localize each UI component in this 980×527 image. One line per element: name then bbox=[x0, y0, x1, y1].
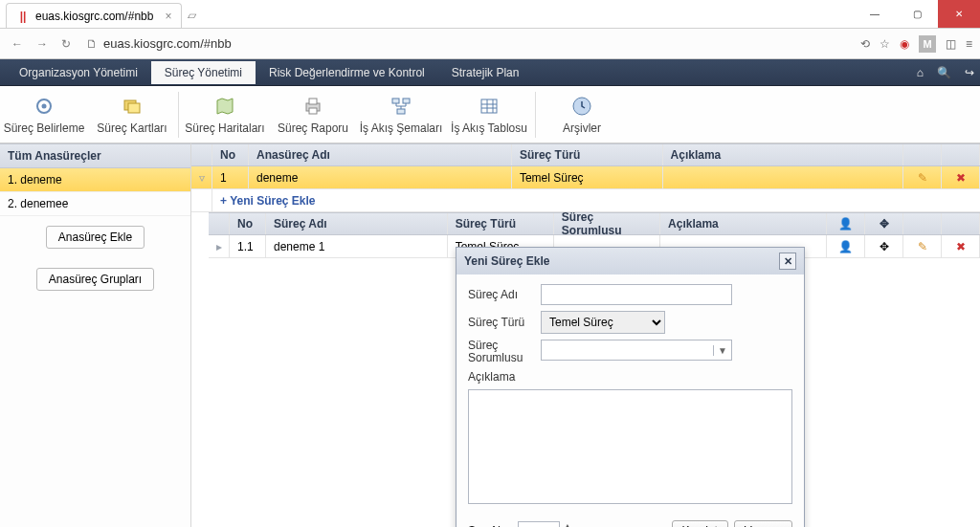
map-icon bbox=[212, 95, 238, 118]
svg-rect-9 bbox=[397, 109, 405, 114]
input-sira-no[interactable] bbox=[518, 521, 560, 527]
sub-hdr-desc: Açıklama bbox=[660, 213, 827, 234]
favicon: || bbox=[16, 10, 30, 23]
expand-handle[interactable]: ▿ bbox=[191, 166, 212, 188]
sub-hdr-name: Süreç Adı bbox=[266, 213, 448, 234]
move-icon[interactable]: ✥ bbox=[865, 235, 903, 257]
menu-risk[interactable]: Risk Değerlendirme ve Kontrol bbox=[256, 61, 438, 84]
search-icon[interactable]: 🔍 bbox=[937, 66, 951, 79]
dialog-close-button[interactable]: ✕ bbox=[779, 253, 796, 270]
menu-icon[interactable]: ≡ bbox=[966, 37, 972, 51]
sidebar-item-1[interactable]: 1. deneme bbox=[0, 168, 190, 192]
sync-icon[interactable]: ⟲ bbox=[860, 37, 870, 51]
chevron-down-icon: ▼ bbox=[713, 345, 727, 356]
pinterest-icon[interactable]: ◉ bbox=[900, 37, 909, 51]
svg-rect-5 bbox=[309, 99, 317, 104]
share-icon[interactable]: ↪ bbox=[965, 66, 974, 79]
dialog-yeni-surec-ekle: Yeni Süreç Ekle ✕ Süreç Adı Süreç Türü T… bbox=[456, 247, 805, 527]
printer-icon bbox=[300, 95, 326, 118]
star-icon[interactable]: ☆ bbox=[880, 37, 890, 51]
menu-surec[interactable]: Süreç Yönetimi bbox=[151, 61, 256, 84]
tb-surec-raporu[interactable]: Süreç Raporu bbox=[269, 86, 357, 143]
menu-organizasyon[interactable]: Organizasyon Yönetimi bbox=[6, 61, 151, 84]
edit-row-icon[interactable]: ✎ bbox=[903, 235, 942, 257]
save-button[interactable]: Kaydet bbox=[672, 520, 728, 527]
delete-row-icon[interactable]: ✖ bbox=[942, 235, 980, 257]
move-header-icon[interactable]: ✥ bbox=[865, 213, 903, 234]
toolbar: Süreç Belirleme Süreç Kartları Süreç Har… bbox=[0, 86, 980, 143]
hdr-no: No bbox=[212, 144, 249, 165]
hdr-desc: Açıklama bbox=[663, 144, 903, 165]
hdr-type: Süreç Türü bbox=[512, 144, 663, 165]
nav-back-button[interactable]: ← bbox=[8, 35, 27, 53]
new-tab-button[interactable]: ▱ bbox=[182, 7, 202, 24]
add-surec-row[interactable]: + Yeni Süreç Ekle bbox=[191, 189, 980, 212]
input-surec-adi[interactable] bbox=[541, 284, 732, 305]
label-surec-adi: Süreç Adı bbox=[468, 288, 535, 301]
extensions-icon[interactable]: ◫ bbox=[946, 37, 956, 51]
tb-surec-belirleme[interactable]: Süreç Belirleme bbox=[0, 86, 88, 143]
person-header-icon[interactable]: 👤 bbox=[827, 213, 865, 234]
menu-stratejik[interactable]: Stratejik Plan bbox=[438, 61, 533, 84]
svg-rect-8 bbox=[403, 99, 410, 103]
sub-hdr-resp: Süreç Sorumlusu bbox=[554, 213, 660, 234]
gear-icon bbox=[31, 95, 57, 118]
hdr-name: Anasüreç Adı bbox=[249, 144, 512, 165]
svg-rect-7 bbox=[392, 99, 399, 103]
label-surec-sorumlusu: Süreç Sorumlusu bbox=[468, 340, 535, 364]
anasurec-row[interactable]: ▿ 1 deneme Temel Süreç ✎ ✖ bbox=[191, 166, 980, 189]
tb-arsivler[interactable]: Arşivler bbox=[538, 86, 626, 143]
sidebar: Tüm Anasüreçler 1. deneme 2. denemee Ana… bbox=[0, 143, 191, 527]
tb-surec-haritalari[interactable]: Süreç Haritaları bbox=[181, 86, 269, 143]
sidebar-item-2[interactable]: 2. denemee bbox=[0, 192, 190, 216]
browser-tab[interactable]: || euas.kiosgrc.com/#nbb × bbox=[6, 3, 182, 28]
cards-icon bbox=[119, 95, 145, 118]
cancel-button[interactable]: Vazgeç bbox=[734, 520, 792, 527]
archive-icon bbox=[568, 95, 595, 118]
tb-is-akis-tablosu[interactable]: İş Akış Tablosu bbox=[445, 86, 533, 143]
nav-reload-button[interactable]: ↻ bbox=[57, 35, 75, 53]
table-icon bbox=[476, 95, 502, 118]
anasurec-gruplari-button[interactable]: Anasüreç Grupları bbox=[36, 268, 154, 291]
combo-surec-sorumlusu[interactable]: ▼ bbox=[541, 340, 732, 361]
profile-badge[interactable]: M bbox=[919, 35, 936, 53]
nav-forward-button[interactable]: → bbox=[33, 35, 52, 53]
tb-surec-kartlari[interactable]: Süreç Kartları bbox=[88, 86, 176, 143]
address-bar[interactable] bbox=[103, 36, 849, 51]
sub-hdr-type: Süreç Türü bbox=[448, 213, 554, 234]
window-close-button[interactable]: ✕ bbox=[938, 0, 980, 28]
edit-icon[interactable]: ✎ bbox=[903, 166, 942, 188]
tb-is-akis-semalari[interactable]: İş Akış Şemaları bbox=[357, 86, 445, 143]
label-aciklama: Açıklama bbox=[468, 370, 535, 384]
row-expand-icon[interactable]: ▸ bbox=[209, 235, 230, 257]
flowchart-icon bbox=[388, 95, 414, 118]
svg-point-1 bbox=[42, 103, 47, 108]
delete-icon[interactable]: ✖ bbox=[942, 166, 980, 188]
svg-rect-3 bbox=[128, 103, 140, 113]
select-surec-turu[interactable]: Temel Süreç bbox=[541, 311, 665, 334]
add-anasurec-button[interactable]: Anasüreç Ekle bbox=[46, 226, 145, 249]
home-icon[interactable]: ⌂ bbox=[917, 66, 924, 79]
site-icon: 🗋 bbox=[86, 37, 98, 51]
sidebar-header: Tüm Anasüreçler bbox=[0, 143, 190, 168]
label-surec-turu: Süreç Türü bbox=[468, 316, 535, 329]
dialog-title: Yeni Süreç Ekle bbox=[464, 254, 549, 268]
tab-close-icon[interactable]: × bbox=[165, 10, 171, 23]
tab-title: euas.kiosgrc.com/#nbb bbox=[35, 10, 153, 23]
sub-hdr-no: No bbox=[230, 213, 266, 234]
textarea-aciklama[interactable] bbox=[468, 389, 792, 504]
window-maximize-button[interactable]: ▢ bbox=[896, 0, 938, 28]
window-minimize-button[interactable]: — bbox=[854, 0, 896, 28]
app-menubar: Organizasyon Yönetimi Süreç Yönetimi Ris… bbox=[0, 59, 980, 86]
svg-rect-10 bbox=[481, 99, 497, 113]
svg-rect-6 bbox=[309, 108, 317, 114]
person-icon[interactable]: 👤 bbox=[827, 235, 865, 257]
